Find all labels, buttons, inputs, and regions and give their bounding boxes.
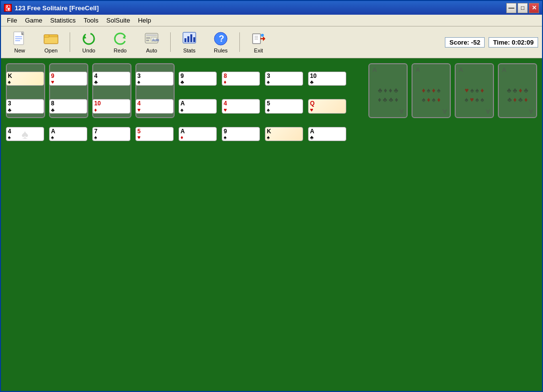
app-icon: 🂱 xyxy=(4,4,12,12)
exit-button[interactable]: → Exit xyxy=(244,29,273,56)
svg-point-9 xyxy=(83,33,94,44)
new-button[interactable]: New xyxy=(5,29,34,56)
foundation-4[interactable]: A ♣ ♣ ♦ ♣ ♣ ♦ ♣ ♦ A xyxy=(498,63,537,118)
card-9c-col5[interactable]: 9♣ xyxy=(179,72,217,86)
stats-label: Stats xyxy=(183,48,195,53)
card-10h-col3[interactable]: 10♦ xyxy=(92,99,130,113)
score-time-area: Score: -52 Time: 0:02:09 xyxy=(445,37,538,48)
card-10c-col8[interactable]: 10♣ xyxy=(308,72,346,86)
foundation-2[interactable]: A ♦ ♠ ♦ ♠ ♠ ♦ ♠ ♦ A xyxy=(412,63,451,118)
svg-point-11 xyxy=(115,33,126,44)
card-5s-col7[interactable]: 5♠ xyxy=(265,99,303,113)
card-3c[interactable]: 3♣ xyxy=(6,99,44,113)
columns: 4♠ ♠ 3♣ K♠ 5♣ 2♠ 2 xyxy=(6,127,537,386)
card-8d-col6[interactable]: 8♦ xyxy=(222,72,260,86)
undo-label: Undo xyxy=(82,48,95,53)
card-4h-col6[interactable]: 4♥ xyxy=(222,99,260,113)
toolbar: New Open Undo xyxy=(1,26,542,58)
foundation-area: A ♣ ♦ ♦ ♣ ♦ ♣ ♣ ♦ A xyxy=(368,63,537,122)
card-k-col1[interactable]: K♠ xyxy=(6,72,44,86)
card-4s[interactable]: 4♠ ♠ xyxy=(6,127,44,141)
card-7s-col3[interactable]: 7♠ xyxy=(92,127,130,141)
redo-label: Redo xyxy=(114,48,127,53)
time-label: Time: xyxy=(493,39,510,46)
main-window: 🂱 123 Free Solitaire [FreeCell] — □ ✕ Fi… xyxy=(0,0,543,392)
redo-icon xyxy=(112,31,128,47)
score-label: Score: xyxy=(449,39,469,46)
time-value: 0:02:09 xyxy=(512,39,534,46)
redo-button[interactable]: Redo xyxy=(105,29,135,56)
card-9h-col2[interactable]: 9♥ xyxy=(49,72,87,86)
svg-rect-23 xyxy=(193,37,195,42)
stats-icon xyxy=(181,31,197,47)
menu-file[interactable]: File xyxy=(3,16,21,25)
svg-text:→: → xyxy=(261,34,264,37)
window-controls: — □ ✕ xyxy=(506,3,539,13)
stats-button[interactable]: Stats xyxy=(175,29,204,56)
card-8c-col2[interactable]: 8♣ xyxy=(49,99,87,113)
window-title: 123 Free Solitaire [FreeCell] xyxy=(15,4,99,12)
close-button[interactable]: ✕ xyxy=(529,3,539,13)
card-9s-col6[interactable]: 9♠ xyxy=(222,127,260,141)
card-a-col5[interactable]: A♦ xyxy=(179,127,217,141)
sep-1 xyxy=(70,32,70,52)
svg-text:?: ? xyxy=(219,34,224,44)
sep-3 xyxy=(239,32,240,52)
menu-game[interactable]: Game xyxy=(21,16,46,25)
card-a2-col5[interactable]: A♠ xyxy=(179,99,217,113)
card-qh-col8[interactable]: Q♥ xyxy=(308,99,346,113)
svg-rect-22 xyxy=(190,34,192,42)
menu-solsuite[interactable]: SolSuite xyxy=(103,16,134,25)
svg-text:Auto: Auto xyxy=(152,38,159,42)
menu-bar: File Game Statistics Tools SolSuite Help xyxy=(1,15,542,26)
undo-button[interactable]: Undo xyxy=(74,29,103,56)
score-value: -52 xyxy=(471,39,480,46)
card-4c-col3[interactable]: 4♣ xyxy=(92,72,130,86)
exit-label: Exit xyxy=(254,48,263,53)
foundation-3[interactable]: A ♥ ♠ ♠ ♦ ♠ ♥ ♠ ♠ A xyxy=(455,63,494,118)
maximize-button[interactable]: □ xyxy=(517,3,528,13)
menu-tools[interactable]: Tools xyxy=(79,16,102,25)
rules-button[interactable]: ? Rules xyxy=(206,29,235,56)
auto-icon: Auto xyxy=(144,31,159,47)
card-ks-col7[interactable]: K♠ xyxy=(265,127,303,141)
foundation-1[interactable]: A ♣ ♦ ♦ ♣ ♦ ♣ ♣ ♦ A xyxy=(368,63,408,118)
svg-rect-14 xyxy=(146,34,157,36)
open-label: Open xyxy=(45,48,58,53)
exit-icon: → xyxy=(251,31,266,47)
svg-rect-8 xyxy=(44,35,49,37)
new-icon xyxy=(12,31,27,47)
open-icon xyxy=(43,31,59,47)
svg-rect-7 xyxy=(44,37,58,44)
svg-rect-15 xyxy=(146,37,150,39)
card-3s-col7[interactable]: 3♠ xyxy=(265,72,303,86)
card-a-col2[interactable]: A♠ xyxy=(49,127,87,141)
card-4h-col4[interactable]: 4♥ xyxy=(135,99,174,113)
auto-label: Auto xyxy=(146,48,157,53)
svg-rect-16 xyxy=(146,40,149,41)
time-display: Time: 0:02:09 xyxy=(489,37,538,48)
svg-rect-21 xyxy=(187,36,189,42)
undo-icon xyxy=(81,31,97,47)
card-3s-col4[interactable]: 3♠ xyxy=(135,72,174,86)
menu-statistics[interactable]: Statistics xyxy=(46,16,79,25)
card-a-col8[interactable]: A♣ xyxy=(308,127,346,141)
svg-rect-26 xyxy=(253,34,260,44)
score-display: Score: -52 xyxy=(445,37,485,48)
open-button[interactable]: Open xyxy=(36,29,66,56)
menu-help[interactable]: Help xyxy=(134,16,155,25)
title-bar: 🂱 123 Free Solitaire [FreeCell] — □ ✕ xyxy=(1,1,542,15)
svg-rect-20 xyxy=(184,38,186,42)
minimize-button[interactable]: — xyxy=(506,3,517,13)
sep-2 xyxy=(170,32,171,52)
rules-icon: ? xyxy=(213,31,229,47)
new-label: New xyxy=(14,48,25,53)
game-area: A ♣ ♦ ♦ ♣ ♦ ♣ ♣ ♦ A xyxy=(1,58,542,391)
auto-button[interactable]: Auto Auto xyxy=(137,29,166,56)
rules-label: Rules xyxy=(214,48,228,53)
card-5h-col4[interactable]: 5♥ xyxy=(135,127,174,141)
